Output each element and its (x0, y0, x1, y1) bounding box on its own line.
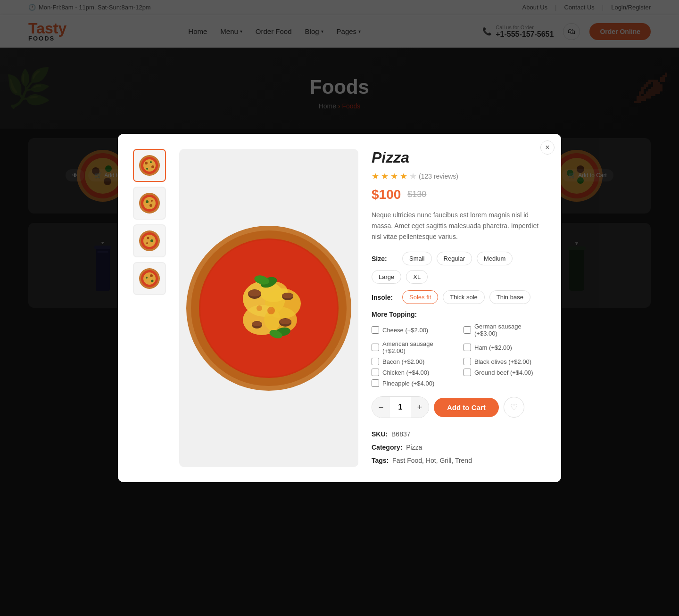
size-xl[interactable]: XL (406, 270, 428, 284)
insole-options: Insole: Soles fit Thick sole Thin base (372, 290, 546, 304)
insole-thin-base[interactable]: Thin base (489, 290, 530, 304)
svg-point-22 (146, 277, 148, 279)
thumbnail-1[interactable] (133, 149, 166, 182)
star-5: ★ (409, 171, 417, 181)
insole-thick-sole[interactable]: Thick sole (443, 290, 485, 304)
insole-label: Insole: (372, 294, 397, 301)
star-1: ★ (372, 171, 379, 181)
modal-close-button[interactable]: × (540, 140, 555, 155)
review-count: (123 reviews) (419, 172, 458, 180)
thumbnail-2[interactable] (133, 187, 166, 220)
svg-point-5 (151, 165, 154, 168)
product-prices: $100 $130 (372, 187, 546, 202)
svg-point-35 (248, 290, 261, 296)
toppings-label: More Topping: (372, 311, 546, 317)
svg-point-6 (146, 168, 148, 170)
thumbnail-4[interactable] (133, 262, 166, 295)
svg-point-21 (143, 272, 156, 285)
product-modal: × (118, 134, 561, 317)
thumbnail-3[interactable] (133, 224, 166, 257)
price-current: $100 (372, 187, 401, 202)
svg-point-4 (150, 161, 152, 163)
star-2: ★ (381, 171, 389, 181)
price-old: $130 (407, 189, 426, 199)
svg-point-10 (146, 200, 149, 203)
product-main-image (179, 149, 358, 317)
product-thumbnails (133, 149, 166, 317)
svg-point-16 (147, 237, 149, 239)
svg-point-46 (267, 307, 275, 314)
product-rating: ★ ★ ★ ★ ★ (123 reviews) (372, 171, 546, 181)
size-medium[interactable]: Medium (477, 252, 513, 265)
svg-point-47 (257, 305, 262, 311)
size-options: Size: Small Regular Medium Large XL (372, 252, 546, 284)
size-regular[interactable]: Regular (437, 252, 472, 265)
svg-point-11 (151, 200, 153, 202)
svg-point-37 (282, 293, 293, 298)
product-description: Neque ultricies nunc faucibus est lorem … (372, 210, 546, 242)
star-3: ★ (390, 171, 398, 181)
size-small[interactable]: Small (402, 252, 432, 265)
svg-point-23 (150, 274, 153, 277)
svg-point-12 (149, 204, 152, 207)
svg-point-18 (146, 242, 148, 244)
svg-point-24 (151, 279, 154, 282)
modal-overlay: × (0, 0, 679, 317)
size-label: Size: (372, 255, 397, 263)
insole-soles-fit[interactable]: Soles fit (402, 290, 438, 304)
svg-point-2 (143, 159, 156, 172)
svg-point-9 (143, 197, 156, 209)
product-title: Pizza (372, 149, 546, 166)
svg-point-3 (145, 162, 148, 164)
svg-point-17 (150, 239, 153, 242)
size-large[interactable]: Large (372, 270, 401, 284)
product-info: Pizza ★ ★ ★ ★ ★ (123 reviews) $100 $130 … (372, 149, 546, 317)
star-4: ★ (400, 171, 407, 181)
svg-point-15 (143, 235, 156, 247)
